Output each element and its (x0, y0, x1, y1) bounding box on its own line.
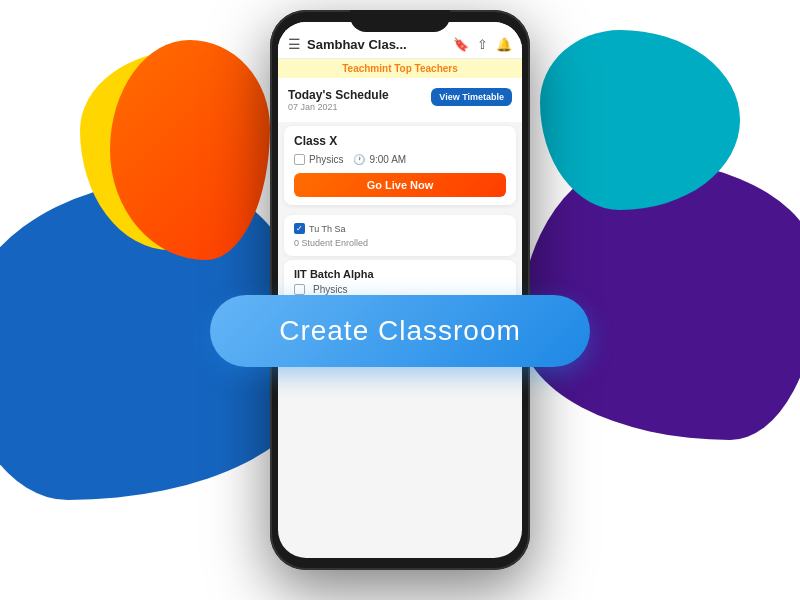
go-live-button[interactable]: Go Live Now (294, 173, 506, 197)
clock-icon: 🕐 (353, 154, 365, 165)
create-classroom-button[interactable]: Create Classroom (210, 295, 590, 367)
class-time-group: 🕐 9:00 AM (353, 154, 406, 165)
schedule-title: Today's Schedule (288, 88, 389, 102)
class-subject: Physics (294, 154, 343, 165)
view-timetable-button[interactable]: View Timetable (431, 88, 512, 106)
hamburger-icon[interactable]: ☰ (288, 36, 301, 52)
teachmint-banner: Teachmint Top Teachers (278, 59, 522, 78)
class-time: 9:00 AM (369, 154, 406, 165)
batch-2-title: IIT Batch Alpha (294, 268, 506, 280)
batch-2-subject: Physics (294, 284, 506, 295)
phone-outer: ☰ Sambhav Clas... 🔖 ⇧ 🔔 Teachmint Top Te… (270, 10, 530, 570)
class-name: Class X (294, 134, 506, 148)
schedule-section: Today's Schedule 07 Jan 2021 View Timeta… (278, 78, 522, 122)
phone-screen: ☰ Sambhav Clas... 🔖 ⇧ 🔔 Teachmint Top Te… (278, 22, 522, 558)
schedule-header: Today's Schedule 07 Jan 2021 View Timeta… (288, 88, 512, 112)
schedule-date: 07 Jan 2021 (288, 102, 389, 112)
subject-checkbox[interactable] (294, 154, 305, 165)
batch-card-1: ✓ Tu Th Sa 0 Student Enrolled (284, 215, 516, 256)
days-label-1: Tu Th Sa (309, 224, 346, 234)
blob-orange (110, 40, 270, 260)
share-icon[interactable]: ⇧ (477, 37, 488, 52)
blob-teal (540, 30, 740, 210)
banner-text: Teachmint Top Teachers (342, 63, 458, 74)
bookmark-icon[interactable]: 🔖 (453, 37, 469, 52)
app-title: Sambhav Clas... (307, 37, 407, 52)
class-card: Class X Physics 🕐 9:00 AM Go Live Now (284, 126, 516, 205)
bell-icon[interactable]: 🔔 (496, 37, 512, 52)
days-checkbox-checked-1: ✓ (294, 223, 305, 234)
batch-1-days: ✓ Tu Th Sa (294, 223, 506, 234)
class-details: Physics 🕐 9:00 AM (294, 154, 506, 165)
app-header-left: ☰ Sambhav Clas... (288, 36, 407, 52)
create-classroom-label: Create Classroom (279, 315, 521, 347)
enrolled-1: 0 Student Enrolled (294, 238, 506, 248)
batch-2-checkbox[interactable] (294, 284, 305, 295)
phone-mockup: ☰ Sambhav Clas... 🔖 ⇧ 🔔 Teachmint Top Te… (270, 10, 530, 570)
subject-label: Physics (309, 154, 343, 165)
batch-2-subject-label: Physics (313, 284, 347, 295)
app-header-right: 🔖 ⇧ 🔔 (453, 37, 512, 52)
blob-yellow (80, 50, 260, 250)
phone-notch (350, 10, 450, 32)
schedule-title-group: Today's Schedule 07 Jan 2021 (288, 88, 389, 112)
